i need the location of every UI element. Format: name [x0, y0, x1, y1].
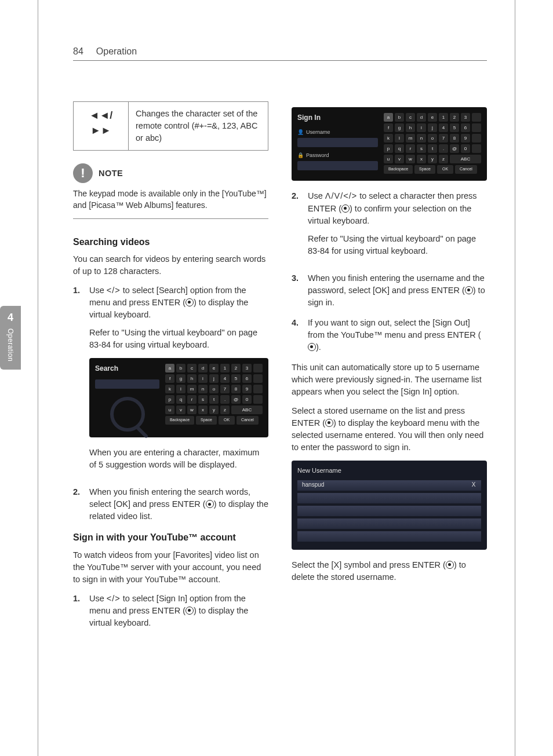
- forward-icon: ►►: [90, 125, 111, 136]
- key: q: [176, 395, 185, 404]
- step-number: 1.: [73, 593, 83, 629]
- key: [472, 134, 481, 143]
- key: ABC: [231, 406, 263, 414]
- auto-store-note: This unit can automatically store up to …: [292, 361, 487, 398]
- key: l: [395, 134, 404, 143]
- step1-reference: Refer to "Using the virtual keyboard" on…: [89, 327, 268, 351]
- key: @: [231, 395, 241, 404]
- key: Backspace: [384, 165, 413, 174]
- key: [253, 364, 263, 372]
- chapter-title: Operation: [96, 46, 137, 57]
- enter-icon: [185, 298, 194, 306]
- page: 84 Operation ◄◄/►► Changes the character…: [38, 0, 515, 756]
- signin-screenshot: Sign In 👤Username 🔒Password abcde123fghi…: [292, 107, 487, 181]
- key: 9: [242, 385, 252, 393]
- virtual-keyboard: abcde123fghij456klmno789pqrst.@0uvwxyzAB…: [165, 364, 263, 432]
- select-stored-note: Select a stored username on the list and…: [292, 405, 487, 454]
- key: w: [187, 406, 197, 414]
- enter-icon: [341, 204, 350, 213]
- search-intro: You can search for videos by entering se…: [73, 253, 268, 277]
- key: n: [198, 385, 208, 393]
- step-number: 4.: [292, 317, 302, 353]
- signin-step-3: 3. When you finish entering the username…: [292, 272, 487, 309]
- key: c: [406, 113, 415, 122]
- key: h: [406, 123, 415, 132]
- lock-icon: 🔒: [297, 152, 304, 159]
- userlist-header: New Username: [297, 466, 481, 476]
- key: Space: [414, 165, 435, 174]
- key: [472, 123, 481, 132]
- key: z: [220, 406, 230, 414]
- key: a: [165, 364, 174, 372]
- signin-ss-pass-field: [297, 161, 378, 170]
- signin-ss-user-label: Username: [306, 129, 330, 136]
- key: Space: [196, 416, 217, 425]
- key: [253, 385, 263, 393]
- userlist-item: [297, 493, 466, 503]
- left-right-arrows-icon: </>: [107, 286, 121, 295]
- key: z: [439, 155, 448, 163]
- key: k: [165, 385, 174, 393]
- side-tab-number: 4: [8, 312, 13, 324]
- key: t: [209, 395, 219, 404]
- key: OK: [219, 416, 235, 425]
- key: y: [428, 155, 437, 163]
- key: o: [428, 134, 437, 143]
- text: Use: [89, 286, 107, 295]
- key: .: [439, 144, 448, 153]
- user-icon: 👤: [297, 129, 304, 136]
- key: m: [187, 385, 197, 393]
- search-screenshot: Search abcde123fghij456klmno789pqrst.@0u…: [89, 358, 268, 437]
- key: x: [198, 406, 208, 414]
- userlist-item: [297, 531, 466, 542]
- key: b: [176, 364, 185, 372]
- key: [253, 374, 263, 383]
- key: 8: [450, 134, 459, 143]
- key: [472, 144, 481, 153]
- suggestion-note: When you are entering a character, maxim…: [89, 447, 268, 471]
- userlist-delete-x: [466, 518, 481, 529]
- side-tab: 4 Operation: [0, 306, 21, 370]
- charset-desc: Changes the character set of the remote …: [129, 102, 268, 151]
- magnifier-icon: [110, 397, 145, 432]
- step-number: 3.: [292, 272, 302, 309]
- key: l: [176, 385, 185, 393]
- key: u: [384, 155, 393, 163]
- userlist-item: hanspud: [297, 480, 466, 491]
- text: If you want to sign out, select the [Sig…: [308, 318, 481, 339]
- enter-icon: [185, 607, 194, 615]
- signin-intro: To watch videos from your [Favorites] vi…: [73, 549, 268, 586]
- text: When you finish entering the username an…: [308, 273, 485, 295]
- userlist-delete-x: [466, 493, 481, 503]
- signin-ss-title: Sign In: [297, 113, 378, 123]
- key: [472, 113, 481, 122]
- key: 6: [461, 123, 470, 132]
- key: 0: [461, 144, 470, 153]
- key: b: [395, 113, 404, 122]
- key: 8: [231, 385, 241, 393]
- enter-icon: [308, 343, 316, 351]
- heading-searching-videos: Searching videos: [73, 235, 268, 249]
- charset-icon-cell: ◄◄/►►: [74, 102, 129, 151]
- key: e: [209, 364, 219, 372]
- key: x: [417, 155, 426, 163]
- signin-step-4: 4. If you want to sign out, select the […: [292, 317, 487, 353]
- key: s: [198, 395, 208, 404]
- key: w: [406, 155, 415, 163]
- side-tab-label: Operation: [6, 328, 14, 361]
- enter-icon: [446, 561, 454, 569]
- step-number: 2.: [292, 190, 302, 264]
- step-number: 2.: [73, 486, 83, 523]
- key: p: [384, 144, 393, 153]
- key: v: [395, 155, 404, 163]
- step-number: 1.: [73, 284, 83, 479]
- key: f: [384, 123, 393, 132]
- enter-icon: [465, 286, 473, 294]
- key: k: [384, 134, 393, 143]
- delete-username-note: Select the [X] symbol and press ENTER ()…: [292, 559, 487, 583]
- key: s: [417, 144, 426, 153]
- key: .: [220, 395, 230, 404]
- key: u: [165, 406, 174, 414]
- nav-arrows-icon: Λ/V/</>: [325, 191, 357, 200]
- key: g: [176, 374, 185, 383]
